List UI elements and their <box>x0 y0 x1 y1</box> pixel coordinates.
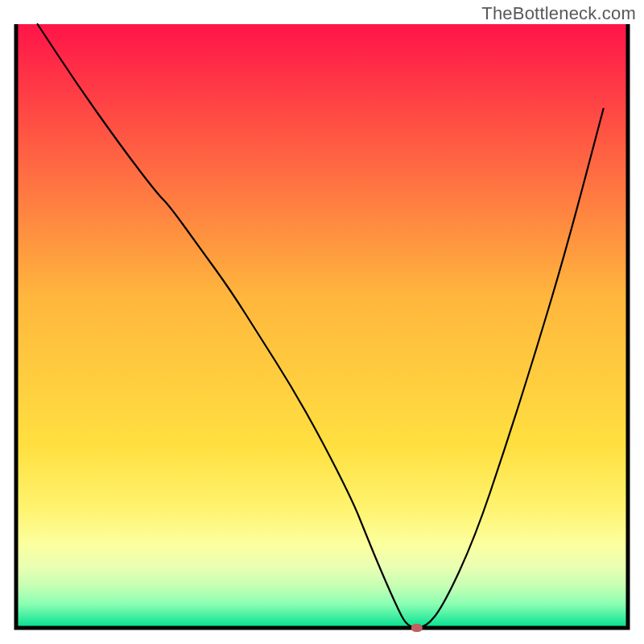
chart-container: TheBottleneck.com <box>0 0 644 644</box>
optimal-marker <box>411 624 423 632</box>
gradient-background <box>16 24 628 628</box>
bottleneck-chart <box>0 0 644 644</box>
